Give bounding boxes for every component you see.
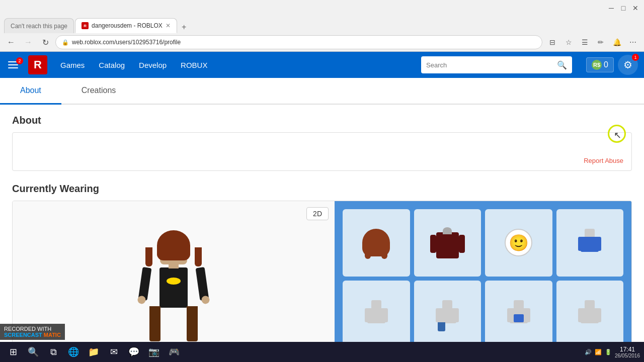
roblox-logo[interactable]: R	[28, 55, 47, 74]
tab-2[interactable]: R dangerousdem - ROBLOX ✕	[75, 18, 177, 33]
address-text: web.roblox.com/users/102953716/profile	[72, 39, 536, 46]
toolbar-icons: ⊟ ☆ ☰ ✏ 🔔 ⋯	[545, 35, 640, 49]
avatar-hair-right	[195, 247, 202, 266]
about-text-input[interactable]	[21, 139, 623, 155]
avatar-leg-right	[187, 306, 198, 341]
menu-notification-badge: 2	[16, 57, 23, 64]
more-button[interactable]: ⋯	[626, 35, 640, 49]
forward-button[interactable]: →	[21, 35, 35, 49]
extensions-button[interactable]: ✏	[594, 35, 608, 49]
hamburger-line-2	[8, 64, 18, 65]
items-grid: 🙂	[335, 201, 631, 355]
settings-button[interactable]: ⚙ 1	[618, 55, 638, 75]
tab-creations[interactable]: Creations	[61, 78, 136, 105]
item-dark-shirt[interactable]	[414, 209, 481, 277]
taskbar: ⊞ 🔍 ⧉ 🌐 📁 ✉ 💬 📷 🎮 🔊 📶 🔋 17:41 26/05/2016	[0, 342, 644, 362]
item-outfit-4[interactable]	[556, 281, 624, 348]
windows-icon: ⊞	[10, 346, 17, 357]
about-section-title: About	[12, 115, 632, 126]
item-outfit-2[interactable]	[414, 281, 481, 348]
taskbar-start-button[interactable]: ⊞	[4, 343, 22, 360]
wearing-container: 2D	[12, 201, 632, 362]
taskbar-time: 17:41	[615, 346, 640, 353]
taskbar-game-button[interactable]: 🎮	[165, 343, 183, 360]
item-hair[interactable]	[343, 209, 410, 277]
roblox-navigation: 2 R Games Catalog Develop ROBUX 🔍 R$ 0 ⚙…	[0, 52, 644, 78]
notifications-button[interactable]: 🔔	[610, 35, 624, 49]
taskbar-chat-button[interactable]: 💬	[125, 343, 143, 360]
settings-notification-badge: 1	[632, 54, 639, 61]
profile-content: About Report Abuse Currently Wearing 2D	[0, 105, 644, 362]
new-tab-button[interactable]: +	[178, 21, 190, 33]
taskbar-browser-button[interactable]: 🌐	[64, 343, 83, 360]
chat-icon: 💬	[128, 346, 139, 357]
tab-2-close[interactable]: ✕	[166, 22, 171, 29]
nav-link-games[interactable]: Games	[55, 58, 90, 72]
address-box[interactable]: 🔒 web.roblox.com/users/102953716/profile	[55, 35, 542, 49]
taskbar-folder-button[interactable]: 📁	[85, 343, 103, 360]
avatar-arm-right	[196, 267, 209, 301]
bookmark-list-button[interactable]: ⊟	[545, 35, 559, 49]
item-smiley-face[interactable]: 🙂	[485, 209, 552, 277]
taskbar-battery-icon: 🔋	[605, 349, 612, 355]
browser-chrome: ─ □ ✕ Can't reach this page R dangerousd…	[0, 0, 644, 52]
items-panel: 🙂	[335, 201, 631, 362]
robux-icon: R$	[592, 60, 602, 70]
item-outfit-3[interactable]	[485, 281, 552, 348]
taskbar-volume-icon: 🔊	[585, 349, 592, 355]
minimize-button[interactable]: ─	[607, 4, 616, 13]
recorded-badge: RECORDED WITH SCREENCAST MATIC	[0, 324, 65, 340]
lock-icon: 🔒	[62, 39, 69, 46]
taskbar-camera-button[interactable]: 📷	[145, 343, 163, 360]
taskbar-task-view-button[interactable]: ⧉	[44, 343, 62, 360]
batman-logo	[167, 278, 181, 285]
maximize-button[interactable]: □	[619, 4, 628, 13]
bookmark-button[interactable]: ☆	[561, 35, 576, 49]
nav-right: R$ 0 ⚙ 1	[586, 55, 638, 75]
browser-icon: 🌐	[68, 346, 79, 357]
hamburger-line-3	[8, 67, 18, 68]
recorded-prefix: RECORDED WITH	[4, 326, 51, 332]
window-controls: ─ □ ✕	[607, 4, 640, 13]
avatar-hand-right	[201, 295, 210, 304]
profile-tabs: About Creations	[0, 78, 644, 105]
game-icon: 🎮	[169, 346, 180, 357]
taskbar-right: 🔊 📶 🔋 17:41 26/05/2016	[585, 346, 640, 358]
hamburger-menu-button[interactable]: 2	[6, 59, 20, 70]
currently-wearing-title: Currently Wearing	[12, 183, 632, 195]
folder-icon: 📁	[88, 346, 99, 357]
avatar-torso	[159, 267, 188, 308]
matic-logo: MATIC	[44, 332, 61, 338]
task-view-icon: ⧉	[50, 347, 57, 357]
nav-link-catalog[interactable]: Catalog	[94, 58, 130, 72]
screencast-logo: SCREENCAST	[4, 332, 42, 338]
robux-button[interactable]: R$ 0	[586, 57, 614, 72]
search-input[interactable]	[426, 61, 554, 69]
nav-links: Games Catalog Develop ROBUX	[55, 58, 212, 72]
robux-balance: 0	[604, 60, 608, 69]
tab-about[interactable]: About	[0, 78, 61, 105]
menu-button[interactable]: ☰	[578, 35, 592, 49]
taskbar-search-button[interactable]: 🔍	[24, 343, 42, 360]
address-bar-row: ← → ↻ 🔒 web.roblox.com/users/102953716/p…	[0, 33, 644, 51]
taskbar-clock: 17:41 26/05/2016	[615, 346, 640, 358]
back-button[interactable]: ←	[4, 35, 18, 49]
nav-link-robux[interactable]: ROBUX	[176, 58, 212, 72]
avatar-leg-left	[149, 306, 160, 341]
item-pants-1[interactable]	[343, 281, 410, 348]
item-outfit-1[interactable]	[556, 209, 624, 277]
avatar-2d-button[interactable]: 2D	[306, 207, 329, 220]
nav-link-develop[interactable]: Develop	[134, 58, 172, 72]
taskbar-mail-button[interactable]: ✉	[105, 343, 123, 360]
refresh-button[interactable]: ↻	[38, 35, 52, 49]
camera-icon: 📷	[148, 346, 159, 357]
about-box: Report Abuse	[12, 132, 632, 171]
tab-2-title: dangerousdem - ROBLOX	[92, 22, 163, 29]
tab-1[interactable]: Can't reach this page	[4, 18, 74, 33]
search-taskbar-icon: 🔍	[28, 346, 39, 357]
close-button[interactable]: ✕	[631, 4, 640, 13]
search-button[interactable]: 🔍	[557, 60, 567, 70]
roblox-favicon: R	[82, 22, 89, 29]
mail-icon: ✉	[110, 346, 118, 357]
report-abuse-link[interactable]: Report Abuse	[21, 157, 623, 164]
